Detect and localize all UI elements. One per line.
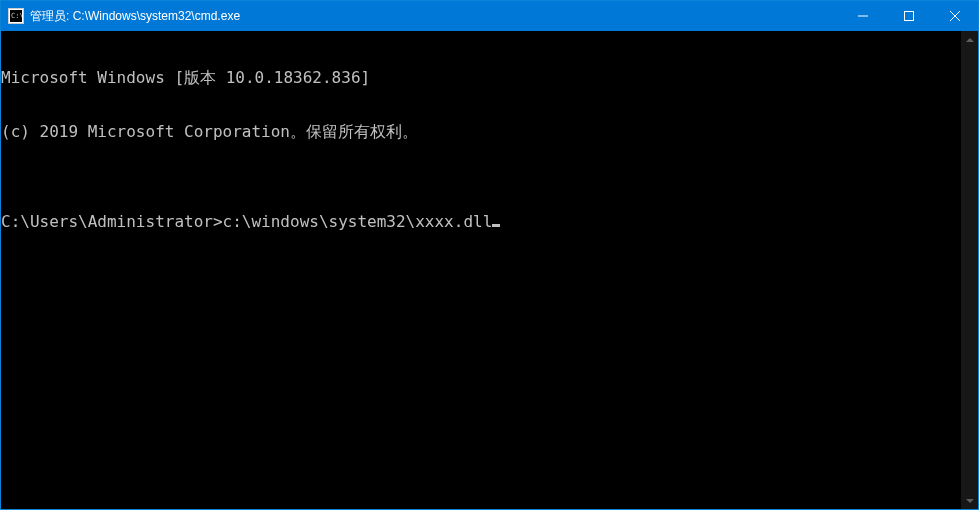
close-button[interactable] <box>932 1 978 31</box>
window-controls <box>840 1 978 31</box>
chevron-down-icon <box>966 499 974 503</box>
scrollbar-track[interactable] <box>961 48 978 492</box>
text-cursor <box>492 224 500 227</box>
command-input-text[interactable]: c:\windows\system32\xxxx.dll <box>223 213 493 231</box>
maximize-button[interactable] <box>886 1 932 31</box>
console-output-line: (c) 2019 Microsoft Corporation。保留所有权利。 <box>1 123 961 141</box>
minimize-icon <box>858 11 868 21</box>
chevron-up-icon <box>966 38 974 42</box>
close-icon <box>950 11 960 21</box>
cmd-window: C:\. 管理员: C:\Windows\system32\cmd.exe Mi… <box>0 0 979 510</box>
vertical-scrollbar[interactable] <box>961 31 978 509</box>
console-prompt-line[interactable]: C:\Users\Administrator>c:\windows\system… <box>1 213 961 231</box>
prompt-text: C:\Users\Administrator> <box>1 213 223 231</box>
scroll-down-button[interactable] <box>961 492 978 509</box>
minimize-button[interactable] <box>840 1 886 31</box>
cmd-icon-glyph: C:\. <box>10 10 22 22</box>
scroll-up-button[interactable] <box>961 31 978 48</box>
console-content[interactable]: Microsoft Windows [版本 10.0.18362.836] (c… <box>1 31 961 509</box>
svg-rect-0 <box>905 12 914 21</box>
maximize-icon <box>904 11 914 21</box>
titlebar[interactable]: C:\. 管理员: C:\Windows\system32\cmd.exe <box>1 1 978 31</box>
window-title: 管理员: C:\Windows\system32\cmd.exe <box>30 8 240 25</box>
console-output-line: Microsoft Windows [版本 10.0.18362.836] <box>1 69 961 87</box>
console-area[interactable]: Microsoft Windows [版本 10.0.18362.836] (c… <box>1 31 978 509</box>
cmd-icon[interactable]: C:\. <box>8 8 24 24</box>
